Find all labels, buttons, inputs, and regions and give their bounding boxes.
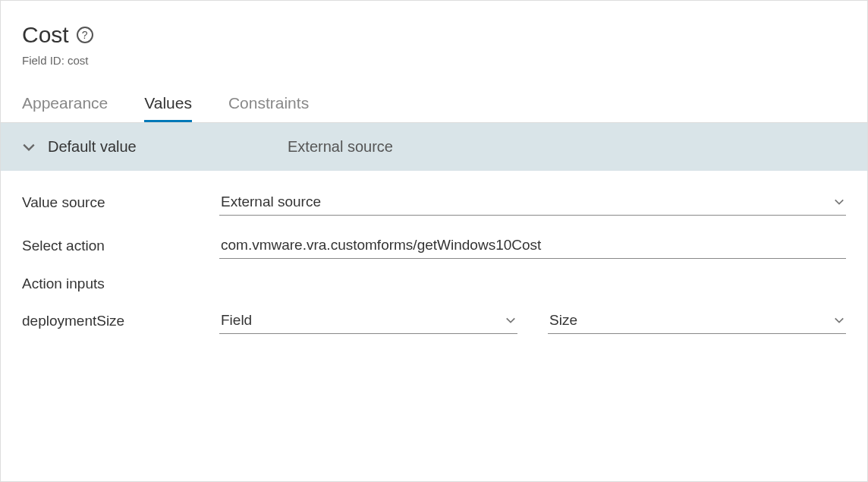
tab-constraints[interactable]: Constraints: [228, 94, 309, 122]
chevron-down-icon: [834, 314, 844, 326]
input-select-action[interactable]: [219, 232, 846, 259]
form-body: Value source External source Select acti…: [1, 171, 867, 369]
row-select-action: Select action: [22, 232, 846, 259]
help-icon[interactable]: ?: [77, 27, 93, 43]
select-deployment-size-field[interactable]: Size: [548, 307, 846, 334]
row-deployment-size: deploymentSize Field Size: [22, 307, 846, 334]
panel-title: Cost: [22, 22, 69, 48]
select-value-source-text: External source: [221, 194, 321, 210]
title-row: Cost ?: [22, 22, 846, 48]
panel-header: Cost ? Field ID: cost: [1, 1, 867, 76]
section-default-value-header[interactable]: Default value External source: [1, 123, 867, 171]
properties-panel: Cost ? Field ID: cost Appearance Values …: [0, 0, 868, 482]
tabs: Appearance Values Constraints: [1, 76, 867, 123]
section-label: Default value: [48, 138, 275, 156]
tab-appearance[interactable]: Appearance: [22, 94, 108, 122]
label-select-action: Select action: [22, 238, 219, 254]
chevron-down-icon: [834, 196, 844, 208]
select-deployment-size-type[interactable]: Field: [219, 307, 517, 334]
row-value-source: Value source External source: [22, 189, 846, 216]
label-deployment-size: deploymentSize: [22, 313, 219, 329]
select-value-source[interactable]: External source: [219, 189, 846, 216]
action-inputs-label: Action inputs: [22, 276, 846, 292]
section-value: External source: [288, 138, 393, 156]
chevron-down-icon[interactable]: [22, 140, 36, 154]
field-id-label: Field ID: cost: [22, 54, 846, 67]
deployment-size-selects: Field Size: [219, 307, 846, 334]
select-deployment-size-field-text: Size: [549, 312, 577, 329]
tab-values[interactable]: Values: [144, 94, 192, 122]
label-value-source: Value source: [22, 194, 219, 211]
select-deployment-size-type-text: Field: [221, 312, 252, 329]
chevron-down-icon: [505, 314, 516, 326]
